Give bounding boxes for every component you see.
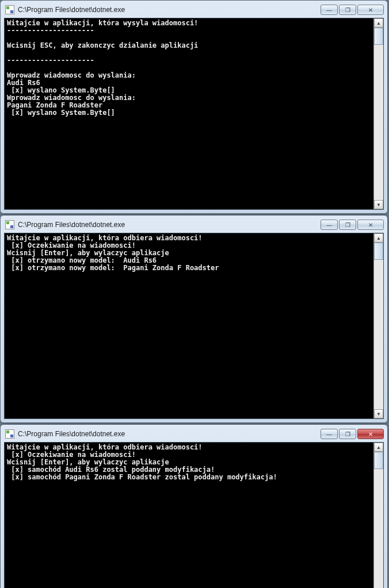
window-title: C:\Program Files\dotnet\dotnet.exe: [18, 221, 319, 229]
console-line: ---------------------: [7, 57, 371, 64]
console-output[interactable]: Witajcie w aplikacji, która odbiera wiad…: [5, 233, 373, 418]
chevron-down-icon: ▼: [376, 202, 381, 207]
scroll-up-button[interactable]: ▲: [374, 233, 383, 243]
console-window: C:\Program Files\dotnet\dotnet.exe—❐✕Wit…: [0, 215, 388, 423]
console-output[interactable]: Witajcie w aplikacji, która wysyla wiado…: [5, 18, 373, 209]
close-button[interactable]: ✕: [357, 429, 384, 439]
console-line: ---------------------: [7, 27, 371, 34]
window-controls: —❐✕: [319, 5, 384, 15]
app-icon: [5, 429, 14, 439]
scroll-track[interactable]: [374, 243, 383, 409]
close-button-glyph: ✕: [368, 431, 373, 437]
console-window: C:\Program Files\dotnet\dotnet.exe—❐✕Wit…: [0, 424, 388, 588]
scroll-up-button[interactable]: ▲: [374, 443, 383, 452]
minimize-button[interactable]: —: [321, 429, 338, 439]
window-title: C:\Program Files\dotnet\dotnet.exe: [18, 430, 319, 438]
console-window: C:\Program Files\dotnet\dotnet.exe—❐✕Wit…: [0, 0, 388, 214]
chevron-down-icon: ▼: [376, 412, 381, 417]
maximize-button[interactable]: ❐: [339, 5, 356, 15]
vertical-scrollbar[interactable]: ▲▼: [373, 233, 383, 418]
minimize-button-glyph: —: [326, 7, 332, 13]
console-line: Wprowadz wiadomosc do wyslania:: [7, 72, 371, 79]
maximize-button[interactable]: ❐: [339, 220, 356, 230]
scroll-up-button[interactable]: ▲: [374, 18, 383, 28]
console-line: [x] samochód Pagani Zonda F Roadster zos…: [7, 474, 371, 481]
vertical-scrollbar[interactable]: ▲▼: [373, 443, 383, 588]
maximize-button[interactable]: ❐: [339, 429, 356, 439]
window-controls: —❐✕: [319, 220, 384, 230]
maximize-button-glyph: ❐: [345, 222, 350, 228]
minimize-button[interactable]: —: [321, 220, 338, 230]
close-button-glyph: ✕: [368, 7, 373, 13]
console-line: [x] wyslano System.Byte[]: [7, 109, 371, 117]
window-controls: —❐✕: [319, 429, 384, 439]
chevron-up-icon: ▲: [376, 236, 381, 241]
console-frame: Witajcie w aplikacji, która odbiera wiad…: [4, 442, 384, 588]
console-line: [x] otrzymano nowy model: Pagani Zonda F…: [7, 264, 371, 272]
close-button[interactable]: ✕: [357, 220, 384, 230]
titlebar[interactable]: C:\Program Files\dotnet\dotnet.exe—❐✕: [4, 4, 384, 18]
titlebar[interactable]: C:\Program Files\dotnet\dotnet.exe—❐✕: [4, 219, 384, 233]
scroll-track[interactable]: [374, 28, 383, 200]
scroll-down-button[interactable]: ▼: [374, 200, 383, 209]
console-output[interactable]: Witajcie w aplikacji, która odbiera wiad…: [5, 443, 373, 588]
scroll-thumb[interactable]: [374, 243, 383, 260]
console-frame: Witajcie w aplikacji, która odbiera wiad…: [4, 233, 384, 419]
chevron-up-icon: ▲: [376, 21, 381, 26]
close-button[interactable]: ✕: [357, 5, 384, 15]
close-button-glyph: ✕: [368, 222, 373, 228]
titlebar[interactable]: C:\Program Files\dotnet\dotnet.exe—❐✕: [4, 428, 384, 442]
app-icon: [5, 5, 14, 14]
maximize-button-glyph: ❐: [345, 431, 350, 437]
window-title: C:\Program Files\dotnet\dotnet.exe: [18, 6, 319, 14]
minimize-button-glyph: —: [326, 222, 332, 228]
minimize-button[interactable]: —: [321, 5, 338, 15]
scroll-thumb[interactable]: [374, 28, 383, 45]
scroll-thumb[interactable]: [374, 452, 383, 469]
chevron-up-icon: ▲: [376, 445, 381, 450]
app-icon: [5, 220, 14, 229]
console-frame: Witajcie w aplikacji, która wysyla wiado…: [4, 18, 384, 210]
scroll-down-button[interactable]: ▼: [374, 409, 383, 418]
scroll-track[interactable]: [374, 452, 383, 588]
vertical-scrollbar[interactable]: ▲▼: [373, 18, 383, 209]
console-line: Wcisnij ESC, aby zakonczyc dzialanie apl…: [7, 42, 371, 49]
minimize-button-glyph: —: [326, 431, 332, 437]
maximize-button-glyph: ❐: [345, 7, 350, 13]
